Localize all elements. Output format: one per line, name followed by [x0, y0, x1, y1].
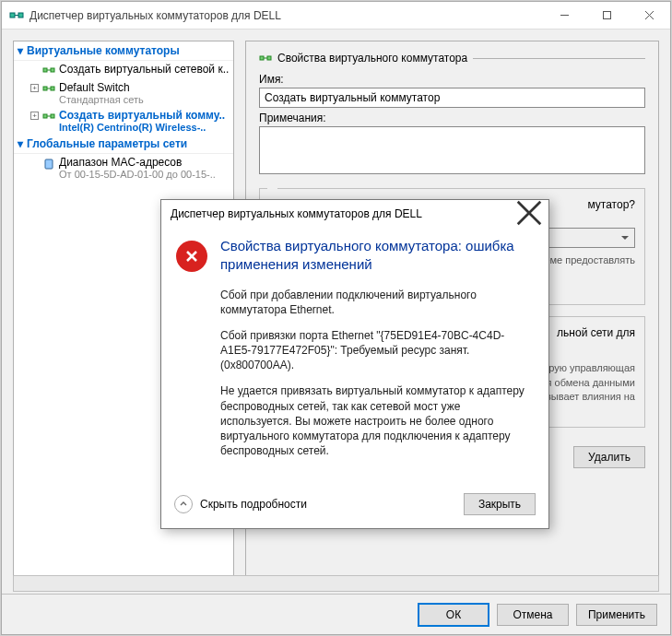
- expand-icon[interactable]: +: [30, 112, 39, 120]
- tree-item-label: Default Switch Стандартная сеть: [59, 81, 231, 105]
- status-strip: [13, 575, 659, 592]
- properties-heading: Свойства виртуального коммутатора: [259, 51, 645, 65]
- svg-rect-7: [43, 68, 47, 72]
- nic-icon: [42, 158, 55, 171]
- ok-button[interactable]: ОК: [418, 603, 489, 627]
- name-label: Имя:: [259, 73, 645, 86]
- divider: [473, 58, 645, 59]
- svg-rect-10: [43, 87, 47, 90]
- tree-item-default-switch[interactable]: + Default Switch Стандартная сеть: [14, 79, 233, 107]
- cancel-button[interactable]: Отмена: [497, 604, 569, 626]
- tree-item-mac-range[interactable]: Диапазон MAC-адресов От 00-15-5D-AD-01-0…: [14, 154, 233, 182]
- svg-rect-17: [260, 56, 264, 60]
- notes-textarea[interactable]: [259, 126, 645, 174]
- collapse-icon: ▾: [18, 44, 27, 57]
- hide-details-toggle[interactable]: Скрыть подробности: [174, 495, 454, 513]
- titlebar: Диспетчер виртуальных коммутаторов для D…: [2, 2, 670, 29]
- window-title: Диспетчер виртуальных коммутаторов для D…: [29, 9, 543, 22]
- error-dialog: Диспетчер виртуальных коммутаторов для D…: [160, 199, 549, 529]
- svg-rect-4: [603, 12, 610, 19]
- tree-item-create-switch[interactable]: Создать виртуальный сетевой к..: [14, 61, 233, 79]
- minimize-button[interactable]: [543, 2, 585, 29]
- tree-item-label: Создать виртуальный сетевой к..: [59, 63, 231, 76]
- dialog-footer: Скрыть подробности Закрыть: [161, 484, 548, 528]
- dialog-message: Свойства виртуального коммутатора: ошибк…: [220, 237, 534, 469]
- tree-item-label: Создать виртуальный комму.. Intel(R) Cen…: [59, 109, 231, 133]
- dialog-title: Диспетчер виртуальных коммутаторов для D…: [171, 207, 515, 220]
- notes-label: Примечания:: [259, 112, 645, 124]
- dialog-body: Свойства виртуального коммутатора: ошибк…: [161, 228, 548, 484]
- tree-item-create-vswitch-selected[interactable]: + Создать виртуальный комму.. Intel(R) C…: [14, 107, 233, 135]
- svg-rect-14: [51, 114, 54, 118]
- svg-rect-0: [10, 13, 15, 18]
- tree-section-virtual-switches[interactable]: ▾ Виртуальные коммутаторы: [14, 41, 233, 61]
- chevron-up-icon: [174, 495, 193, 513]
- bottom-button-bar: ОК Отмена Применить: [2, 594, 670, 634]
- svg-rect-8: [51, 68, 54, 72]
- error-paragraph-3: Не удается привязать виртуальный коммута…: [220, 383, 534, 458]
- apply-button[interactable]: Применить: [576, 604, 657, 626]
- svg-rect-18: [267, 56, 271, 60]
- section-label: Виртуальные коммутаторы: [27, 44, 180, 57]
- svg-rect-11: [51, 87, 54, 90]
- delete-button[interactable]: Удалить: [573, 446, 645, 468]
- section-label: Глобальные параметры сети: [27, 137, 187, 150]
- dialog-heading: Свойства виртуального коммутатора: ошибк…: [220, 237, 534, 275]
- maximize-button[interactable]: [585, 2, 628, 29]
- svg-rect-16: [45, 159, 53, 169]
- dialog-titlebar: Диспетчер виртуальных коммутаторов для D…: [161, 200, 548, 228]
- collapse-icon: ▾: [18, 137, 27, 150]
- expand-icon[interactable]: +: [30, 84, 39, 92]
- switch-icon: [42, 65, 55, 77]
- tree-section-global-params[interactable]: ▾ Глобальные параметры сети: [14, 135, 233, 154]
- error-paragraph-1: Сбой при добавлении подключений виртуаль…: [220, 288, 534, 317]
- switch-icon: [42, 111, 55, 124]
- close-button[interactable]: [628, 2, 670, 29]
- switch-icon: [42, 83, 55, 96]
- dialog-close-button[interactable]: [515, 199, 543, 230]
- main-window: Диспетчер виртуальных коммутаторов для D…: [1, 1, 671, 635]
- dialog-close-action-button[interactable]: Закрыть: [464, 493, 536, 515]
- svg-rect-1: [18, 13, 23, 18]
- hide-details-label: Скрыть подробности: [200, 498, 307, 511]
- app-icon: [9, 8, 24, 23]
- name-input[interactable]: [259, 88, 645, 108]
- tree-item-label: Диапазон MAC-адресов От 00-15-5D-AD-01-0…: [59, 156, 231, 180]
- error-icon: [176, 241, 207, 272]
- error-paragraph-2: Сбой привязки порта Ethernet "{75ED91E4-…: [220, 328, 534, 373]
- group-title-text: Свойства виртуального коммутатора: [277, 52, 467, 65]
- svg-rect-13: [43, 114, 47, 118]
- switch-icon: [259, 53, 272, 65]
- groupbox-title: [267, 182, 277, 194]
